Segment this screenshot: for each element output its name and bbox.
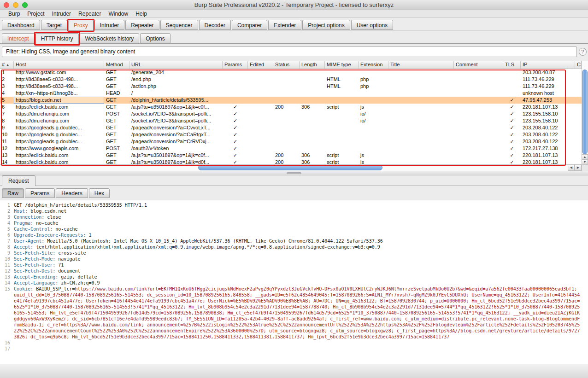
table-row[interactable]: 4http://xn--https-ni1hnog3b...HEAD/unkno…	[0, 90, 582, 97]
table-row[interactable]: 3http://8d38aee5-c833-498...GET/action.p…	[0, 83, 582, 90]
menu-window[interactable]: Window	[105, 10, 132, 17]
scroll-right-icon[interactable]: ▶	[575, 164, 582, 171]
cell-num: 3	[0, 83, 14, 90]
table-row[interactable]: 8https://dm.ichunqiu.comGET/socket.io/?E…	[0, 117, 582, 124]
cell-title	[388, 97, 454, 104]
proxy-sub-tab-bar: InterceptHTTP historyWebSockets historyO…	[2, 33, 171, 43]
tab-extender[interactable]: Extender	[268, 20, 301, 30]
cell-c	[575, 138, 582, 145]
column-header-method[interactable]: Method	[104, 61, 129, 69]
horizontal-scrollbar-thumb[interactable]	[198, 165, 382, 170]
cell-ip: 220.181.107.13	[521, 104, 575, 110]
scroll-down-icon[interactable]: ▼	[582, 159, 588, 164]
table-row[interactable]: 2http://8d38aee5-c833-498...GET/end.phpH…	[0, 76, 582, 83]
menu-repeater[interactable]: Repeater	[75, 10, 105, 17]
column-header-title[interactable]: Title	[388, 61, 454, 69]
cell-tls: ✓	[503, 152, 521, 159]
tab-repeater[interactable]: Repeater	[125, 20, 159, 30]
vertical-scrollbar-thumb[interactable]	[582, 70, 588, 154]
tab-user-options[interactable]: User options	[351, 20, 393, 30]
cell-url: /oauth2/v4/token	[129, 145, 223, 152]
scroll-left-icon[interactable]: ◀	[568, 164, 575, 171]
table-row[interactable]: 12https://www.googleapis.comPOST/oauth2/…	[0, 145, 582, 152]
cell-ext	[359, 69, 388, 76]
table-row[interactable]: 13https://eclick.baidu.comGET/a.js?tu=u3…	[0, 152, 582, 159]
table-row[interactable]: 7https://dm.ichunqiu.comPOST/socket.io/?…	[0, 110, 582, 117]
line-number: 13	[0, 274, 14, 280]
cell-mime	[325, 117, 359, 124]
column-header-params[interactable]: Params	[223, 61, 248, 69]
cell-url: /socket.io/?EIO=3&transport=polli...	[129, 110, 223, 117]
cell-title	[388, 69, 454, 76]
subtab-websockets-history[interactable]: WebSockets history	[80, 33, 140, 43]
column-header-c[interactable]: C	[575, 61, 582, 69]
column-header-host[interactable]: Host	[14, 61, 104, 69]
cell-url: /a.js?tu=u3501897&op=1&jk=c0f...	[129, 152, 223, 159]
editor-tab-raw[interactable]: Raw	[2, 188, 24, 198]
tab-target[interactable]: Target	[41, 20, 67, 30]
table-row[interactable]: 11https://googleads.g.doublec...GET/page…	[0, 138, 582, 145]
tab-intruder[interactable]: Intruder	[94, 20, 124, 30]
http-history-table: 1http://www.gstatic.comGET/generate_2042…	[0, 69, 582, 164]
tab-proxy[interactable]: Proxy	[68, 20, 94, 31]
filter-help-icon[interactable]: ?	[579, 48, 587, 56]
menu-burp[interactable]: Burp	[5, 10, 24, 17]
cell-host: https://dm.ichunqiu.com	[14, 110, 104, 117]
cell-ip: 220.181.107.13	[521, 152, 575, 159]
cell-num: 4	[0, 90, 14, 97]
table-header-row: #▲HostMethodURLParamsEditedStatusLengthM…	[0, 61, 582, 69]
cell-host: http://xn--https-ni1hnog3b...	[14, 90, 104, 97]
column-header-ip[interactable]: IP	[521, 61, 575, 69]
tab-project-options[interactable]: Project options	[302, 20, 350, 30]
cell-params	[223, 97, 248, 104]
request-line: 11Sec-Fetch-User: ?1	[0, 262, 588, 268]
column-header-num[interactable]: #▲	[0, 61, 14, 69]
tab-request[interactable]: Request	[2, 175, 35, 186]
table-row[interactable]: 1http://www.gstatic.comGET/generate_2042…	[0, 69, 582, 76]
cell-mime: HTML	[325, 83, 359, 90]
editor-tab-hex[interactable]: Hex	[89, 188, 110, 198]
cell-ip: 111.73.46.229	[521, 83, 575, 90]
cell-method: GET	[104, 83, 129, 90]
editor-tab-headers[interactable]: Headers	[56, 188, 88, 198]
column-header-length[interactable]: Length	[300, 61, 325, 69]
line-number: 7	[0, 238, 14, 244]
menu-help[interactable]: Help	[132, 10, 151, 17]
column-header-tls[interactable]: TLS	[503, 61, 521, 69]
scroll-up-icon[interactable]: ▲	[582, 154, 588, 159]
column-header-ext[interactable]: Extension	[359, 61, 388, 69]
column-header-edited[interactable]: Edited	[248, 61, 273, 69]
menu-project[interactable]: Project	[24, 10, 48, 17]
cell-title	[388, 124, 454, 131]
table-row[interactable]: 6https://eclick.baidu.comGET/a.js?tu=u35…	[0, 104, 582, 110]
cell-title	[388, 104, 454, 110]
tab-decoder[interactable]: Decoder	[199, 20, 231, 30]
request-line: 8Accept: text/html,application/xhtml+xml…	[0, 244, 588, 250]
request-editor[interactable]: 1GET /dolphin_h/article/details/53359535…	[0, 200, 588, 365]
cell-ip: 111.73.46.229	[521, 76, 575, 83]
tab-sequencer[interactable]: Sequencer	[160, 20, 198, 30]
cell-title	[388, 76, 454, 83]
request-line: 2Host: blog.csdn.net	[0, 208, 588, 214]
cell-num: 9	[0, 124, 14, 131]
filter-bar[interactable]: Filter: Hiding CSS, image and general bi…	[2, 47, 577, 57]
table-row[interactable]: 9https://googleads.g.doublec...GET/pagea…	[0, 124, 582, 131]
cell-length	[300, 138, 325, 145]
subtab-intercept[interactable]: Intercept	[2, 33, 35, 43]
column-header-mime[interactable]: MIME type	[325, 61, 359, 69]
cell-edited	[248, 110, 273, 117]
subtab-options[interactable]: Options	[140, 33, 170, 43]
table-row[interactable]: 14https://eclick.baidu.comGET/a.js?tu=u3…	[0, 159, 582, 164]
tab-comparer[interactable]: Comparer	[232, 20, 267, 30]
menu-intruder[interactable]: Intruder	[48, 10, 75, 17]
tab-dashboard[interactable]: Dashboard	[2, 20, 40, 30]
subtab-http-history[interactable]: HTTP history	[35, 33, 79, 44]
column-header-status[interactable]: Status	[273, 61, 300, 69]
column-header-url[interactable]: URL	[129, 61, 223, 69]
cell-tls: ✓	[503, 104, 521, 110]
cell-status	[273, 117, 300, 124]
table-row[interactable]: 5https://blog.csdn.netGET/dolphin_h/arti…	[0, 97, 582, 104]
column-header-comment[interactable]: Comment	[454, 61, 503, 69]
table-row[interactable]: 10https://googleads.g.doublec...GET/page…	[0, 131, 582, 138]
editor-tab-params[interactable]: Params	[25, 188, 55, 198]
